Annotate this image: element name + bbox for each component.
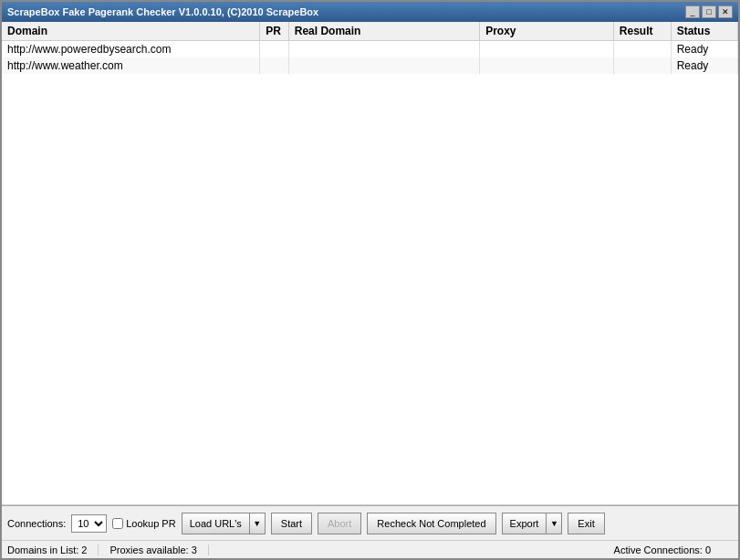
- window-title: ScrapeBox Fake Pagerank Checker V1.0.0.1…: [7, 6, 318, 17]
- domains-count: 2: [81, 544, 87, 555]
- data-table-container: Domain PR Real Domain Proxy Result Statu…: [2, 22, 738, 505]
- active-connections-count: 0: [705, 544, 711, 555]
- lookup-pr-label: Lookup PR: [126, 518, 175, 529]
- cell-pr: [260, 41, 288, 58]
- lookup-pr-checkbox[interactable]: [112, 518, 123, 529]
- connections-select[interactable]: 123451015202530: [71, 514, 107, 533]
- proxies-count: 3: [192, 544, 197, 555]
- table-header-row: Domain PR Real Domain Proxy Result Statu…: [2, 22, 738, 41]
- active-connections-label: Active Connections:: [614, 544, 703, 555]
- close-button[interactable]: ✕: [718, 5, 733, 18]
- col-header-result: Result: [613, 22, 671, 41]
- connections-label: Connections:: [7, 518, 66, 529]
- load-urls-arrow-button[interactable]: ▼: [249, 513, 266, 534]
- proxies-status-segment: Proxies available: 3: [109, 544, 208, 555]
- window-controls: _ □ ✕: [685, 5, 733, 18]
- cell-proxy: [480, 57, 614, 74]
- cell-status: Ready: [671, 57, 737, 74]
- bottom-controls-bar: Connections: 123451015202530 Lookup PR L…: [2, 505, 738, 540]
- exit-button[interactable]: Exit: [568, 513, 604, 534]
- export-dropdown: Export ▼: [502, 513, 563, 534]
- status-bar: Domains in List: 2 Proxies available: 3 …: [2, 540, 738, 558]
- recheck-button[interactable]: Recheck Not Completed: [367, 513, 495, 534]
- proxies-label: Proxies available:: [109, 544, 188, 555]
- main-window: ScrapeBox Fake Pagerank Checker V1.0.0.1…: [0, 0, 740, 560]
- table-body: http://www.poweredbysearch.comReadyhttp:…: [2, 41, 738, 75]
- cell-proxy: [480, 41, 614, 58]
- start-button[interactable]: Start: [271, 513, 312, 534]
- cell-domain: http://www.weather.com: [2, 57, 260, 74]
- minimize-button[interactable]: _: [685, 5, 700, 18]
- cell-real_domain: [288, 41, 479, 58]
- cell-real_domain: [288, 57, 479, 74]
- active-connections-segment: Active Connections: 0: [614, 544, 722, 555]
- title-bar: ScrapeBox Fake Pagerank Checker V1.0.0.1…: [2, 2, 738, 22]
- load-urls-dropdown: Load URL's ▼: [182, 513, 266, 534]
- col-header-status: Status: [671, 22, 737, 41]
- load-urls-button[interactable]: Load URL's: [182, 513, 249, 534]
- col-header-pr: PR: [260, 22, 288, 41]
- cell-pr: [260, 57, 288, 74]
- domains-label: Domains in List:: [7, 544, 78, 555]
- cell-result: [613, 57, 671, 74]
- table-row[interactable]: http://www.weather.comReady: [2, 57, 738, 74]
- col-header-domain: Domain: [2, 22, 260, 41]
- col-header-real-domain: Real Domain: [288, 22, 479, 41]
- table-row[interactable]: http://www.poweredbysearch.comReady: [2, 41, 738, 58]
- cell-result: [613, 41, 671, 58]
- maximize-button[interactable]: □: [702, 5, 716, 18]
- domains-status-segment: Domains in List: 2: [7, 544, 99, 555]
- cell-status: Ready: [671, 41, 737, 58]
- col-header-proxy: Proxy: [480, 22, 614, 41]
- abort-button[interactable]: Abort: [318, 513, 361, 534]
- data-table: Domain PR Real Domain Proxy Result Statu…: [2, 22, 738, 74]
- export-button[interactable]: Export: [502, 513, 547, 534]
- lookup-pr-container: Lookup PR: [112, 518, 175, 529]
- cell-domain: http://www.poweredbysearch.com: [2, 41, 260, 58]
- export-arrow-button[interactable]: ▼: [546, 513, 562, 534]
